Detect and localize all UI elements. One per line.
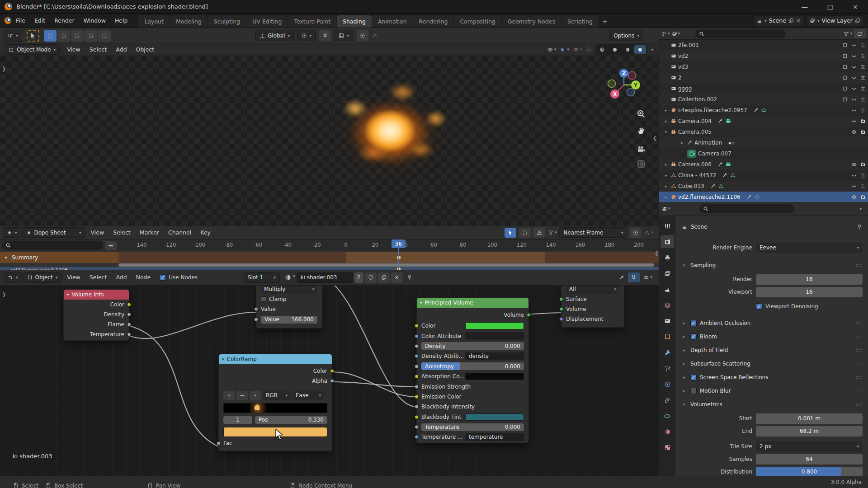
tab-layout[interactable]: Layout (138, 15, 170, 28)
menu-top-window[interactable]: Window (79, 14, 110, 28)
output-socket[interactable] (127, 323, 131, 327)
viewport-canvas[interactable]: ❯ ❮ Z Y X (0, 56, 659, 225)
eye-open-icon[interactable] (851, 162, 857, 167)
tab-shading[interactable]: Shading (337, 15, 372, 28)
editor-type-dropdown[interactable]: ▾ (3, 227, 21, 238)
node-material-output[interactable]: All▾ SurfaceVolumeDisplacement (561, 282, 624, 328)
expand-toggle[interactable]: ▸ (663, 162, 669, 167)
use-nodes-checkbox[interactable]: ✓ Use Nodes (160, 274, 198, 281)
shading-solid-button[interactable] (609, 45, 621, 54)
pivot-dropdown[interactable]: ▾ (297, 30, 316, 41)
tab-geometry-nodes[interactable]: Geometry Nodes (502, 15, 561, 28)
outliner-row-2fe-001[interactable]: 2fe.001 (659, 40, 868, 51)
principled-input-temperature-[interactable]: Temperature ...temperature (417, 432, 528, 442)
menu-ds-select[interactable]: Select (108, 226, 135, 239)
volume-info-output-temperature[interactable]: Temperature (64, 329, 129, 339)
node-header[interactable]: ▾ ColorRamp (219, 354, 332, 364)
navigation-gizmo[interactable]: Z Y X (606, 67, 642, 103)
editor-type-dropdown[interactable]: ▾ (662, 206, 670, 211)
shading-material-button[interactable] (622, 45, 633, 54)
copy-icon[interactable] (788, 18, 794, 23)
camera-render-icon[interactable] (860, 129, 866, 135)
menu-ds-channel[interactable]: Channel (164, 226, 196, 239)
select-mode-circle[interactable] (71, 30, 84, 42)
display-mode-dropdown[interactable]: ▾ (661, 31, 670, 37)
value-slider[interactable]: Anisotropy0.000 (421, 362, 524, 370)
expand-toggle[interactable]: ▸ (663, 184, 669, 188)
expand-toggle[interactable]: ▸ (663, 173, 669, 178)
stop-position-slider[interactable]: Pos 0.330 (255, 416, 327, 424)
input-socket[interactable] (254, 307, 258, 311)
users-count-button[interactable]: 2 (354, 272, 363, 283)
toolbar-expand-arrow[interactable]: ❯ (2, 291, 6, 297)
eye-closed-icon[interactable] (851, 183, 857, 189)
eye-open-icon[interactable] (851, 129, 857, 135)
tab-sculpting[interactable]: Sculpting (208, 15, 246, 28)
input-socket[interactable] (559, 297, 563, 301)
node-principled-volume[interactable]: ▾ Principled Volume Volume ColorColor At… (416, 297, 529, 443)
output-input-displacement[interactable]: Displacement (561, 314, 624, 324)
select-mode-lasso[interactable] (85, 30, 97, 42)
output-socket[interactable] (330, 369, 334, 373)
sidebar-expand-arrow[interactable]: ❮ (653, 135, 657, 141)
menu-top-file[interactable]: File (11, 14, 30, 28)
principled-input-emission-strength[interactable]: Emission Strength (417, 381, 528, 391)
proportional-toggle[interactable] (630, 228, 642, 238)
drag-dots-icon[interactable]: :::: (856, 361, 863, 366)
transform-orientation-dropdown[interactable]: Global ▾ (255, 30, 294, 41)
outliner-row-vd2-flamecache2-1106[interactable]: ▸vd2.flamecache2.1106 (659, 192, 868, 202)
samples-render-field[interactable]: 16 (756, 274, 863, 285)
menu-sh-add[interactable]: Add (111, 271, 131, 284)
outliner-row-c4explos-filecache2-0957[interactable]: ▸c4explos.filecache2.0957 (659, 105, 868, 116)
samples-viewport-field[interactable]: 16 (756, 287, 863, 297)
camera-disabled-icon[interactable] (860, 64, 866, 70)
snapping-toggle[interactable] (628, 272, 640, 282)
tab-texture-paint[interactable]: Texture Paint (288, 15, 336, 28)
text-field[interactable]: density (465, 352, 524, 360)
output-socket[interactable] (127, 313, 131, 317)
only-selected-toggle[interactable] (505, 228, 516, 238)
drag-dots-icon[interactable]: :::: (856, 348, 863, 352)
minimize-button[interactable]: — (792, 0, 817, 13)
outliner-search-input[interactable] (695, 29, 786, 38)
pin-icon[interactable] (857, 224, 862, 230)
snap-dropdown[interactable]: Nearest Frame▾ (559, 227, 627, 238)
select-mode-extend[interactable] (98, 30, 111, 42)
input-socket[interactable] (254, 318, 258, 322)
input-socket[interactable] (415, 394, 419, 399)
shading-wireframe-button[interactable] (596, 45, 608, 54)
input-socket[interactable] (415, 415, 419, 419)
input-socket[interactable] (415, 334, 419, 338)
toolbar-expand-arrow[interactable]: ❯ (2, 66, 6, 72)
maximize-button[interactable]: □ (817, 0, 843, 13)
properties-tab-collection[interactable] (660, 314, 674, 327)
camera-render-icon[interactable] (860, 194, 866, 200)
camera-disabled-icon[interactable] (860, 53, 866, 59)
text-field[interactable]: temperature (465, 433, 524, 441)
camera-disabled-icon[interactable] (860, 173, 866, 178)
output-input-surface[interactable]: Surface (561, 294, 624, 304)
expand-toggle[interactable]: ▸ (663, 108, 669, 113)
outliner-row-vd3[interactable]: vd3 (659, 61, 868, 72)
tab-animation[interactable]: Animation (372, 15, 413, 28)
tile-size-dropdown[interactable]: 2 px▾ (756, 441, 863, 452)
eye-closed-icon[interactable] (851, 64, 857, 70)
outliner-row-camera-007[interactable]: Camera.007 (659, 148, 868, 159)
menu-ds-view[interactable]: View (86, 226, 109, 239)
expand-toggle[interactable]: ▸ (663, 195, 669, 199)
outliner-row-2[interactable]: 2 (659, 72, 868, 83)
new-collection-button[interactable] (854, 29, 866, 38)
scene-display-dropdown[interactable]: ▾ (672, 31, 680, 37)
snap-toggle[interactable] (319, 30, 331, 41)
drag-dots-icon[interactable]: :::: (856, 389, 863, 393)
principled-input-blackbody-tint[interactable]: Blackbody Tint (417, 412, 528, 422)
camera-disabled-icon[interactable] (860, 42, 866, 48)
shader-type-dropdown[interactable]: Object▾ (23, 272, 62, 283)
output-alpha[interactable]: Alpha (219, 376, 332, 386)
orthographic-grid-icon[interactable] (637, 160, 645, 168)
show-errors-toggle[interactable] (533, 228, 545, 238)
menu-ds-key[interactable]: Key (196, 226, 215, 239)
input-socket[interactable] (415, 324, 419, 328)
drag-dots-icon[interactable]: :::: (856, 334, 863, 339)
principled-input-temperature[interactable]: Temperature0.000 (417, 422, 528, 432)
